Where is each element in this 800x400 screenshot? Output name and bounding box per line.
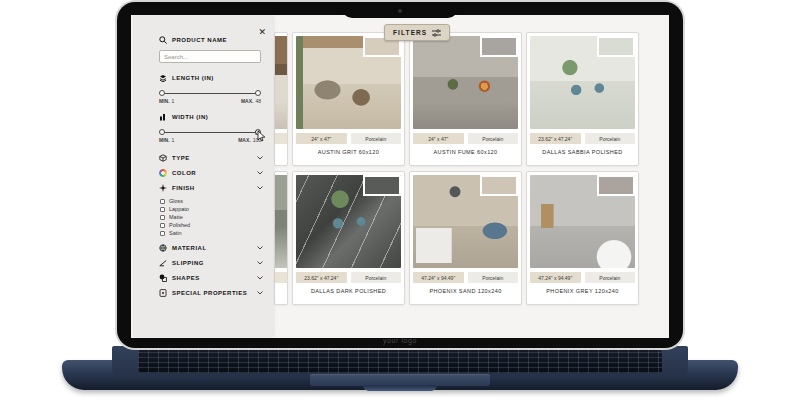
length-filter-header: LENGTH (IN) <box>159 74 265 82</box>
product-name: AUSTIN GRIT 60x120 <box>296 149 401 155</box>
slope-icon <box>159 259 167 267</box>
product-photo <box>413 36 518 129</box>
length-max-handle[interactable] <box>255 90 261 96</box>
laptop-lid-scoop <box>363 385 437 391</box>
partial-card <box>274 32 288 166</box>
finish-option: Lappato <box>160 205 265 213</box>
material-chip: Porcelain <box>351 133 402 144</box>
finish-options: Gloss Lappato Matte Polished Satin <box>160 197 265 237</box>
product-photo <box>296 36 401 129</box>
product-name: PHOENIX SAND 120x240 <box>413 288 518 294</box>
product-photo <box>274 175 288 268</box>
finish-option: Gloss <box>160 197 265 205</box>
product-name: AUSTIN FUME 60x120 <box>413 149 518 155</box>
checkbox[interactable] <box>160 231 165 236</box>
product-card[interactable]: 23.62" x 47.24" Porcelain DALLAS SABBIA … <box>526 32 639 166</box>
laptop-mockup: your logo 24" x 47" Porcelain AUSTIN GRI… <box>0 0 800 400</box>
tile-swatch <box>597 175 635 196</box>
width-icon <box>159 113 167 121</box>
search-input[interactable] <box>159 50 261 63</box>
material-chip: Porcelain <box>585 133 636 144</box>
product-photo <box>530 175 635 268</box>
material-chip: Porcelain <box>468 272 519 283</box>
slider-track <box>161 93 259 94</box>
width-minmax: MIN.1 MAX.100 <box>159 137 261 143</box>
laptop-notch <box>342 2 458 18</box>
tile-swatch <box>480 36 518 57</box>
material-chip: Porcelain <box>468 133 519 144</box>
product-card[interactable]: 47.24" x 94.49" Porcelain PHOENIX GREY 1… <box>526 171 639 305</box>
chevron-down-icon <box>257 186 263 190</box>
chevron-down-icon <box>257 156 263 160</box>
chevron-down-icon <box>257 261 263 265</box>
material-chip: Porcelain <box>351 272 402 283</box>
laptop-keyboard <box>138 350 662 373</box>
app-viewport: 24" x 47" Porcelain AUSTIN GRIT 60x120 2… <box>131 15 669 338</box>
chevron-down-icon <box>257 276 263 280</box>
size-chip: 47.24" x 94.49" <box>530 272 581 283</box>
material-chip: Porcelain <box>585 272 636 283</box>
color-wheel-icon <box>159 169 167 177</box>
product-grid: 24" x 47" Porcelain AUSTIN GRIT 60x120 2… <box>274 32 639 305</box>
length-icon <box>159 74 167 82</box>
size-chip: 47.24" x 94.49" <box>413 272 464 283</box>
chevron-down-icon <box>257 291 263 295</box>
checkbox[interactable] <box>160 215 165 220</box>
filter-panel: ✕ PRODUCT NAME LENGTH (IN) MIN.1 MAX.48 <box>133 16 273 337</box>
slider-track <box>161 132 259 133</box>
width-slider[interactable] <box>159 128 261 136</box>
cube-icon <box>159 154 167 162</box>
sparkle-icon <box>159 184 167 192</box>
globe-icon <box>159 244 167 252</box>
tile-swatch <box>597 36 635 57</box>
width-filter-header: WIDTH (IN) <box>159 113 265 121</box>
product-card[interactable]: 24" x 47" Porcelain AUSTIN FUME 60x120 <box>409 32 522 166</box>
finish-option: Polished <box>160 221 265 229</box>
chevron-down-icon <box>257 246 263 250</box>
section-color[interactable]: COLOR <box>159 167 265 178</box>
length-slider[interactable] <box>159 89 261 97</box>
section-material[interactable]: MATERIAL <box>159 242 265 253</box>
finish-option: Satin <box>160 229 265 237</box>
length-label: LENGTH (IN) <box>172 75 214 81</box>
laptop-logo-text: your logo <box>0 337 800 344</box>
section-type[interactable]: TYPE <box>159 152 265 163</box>
product-card[interactable]: 24" x 47" Porcelain AUSTIN GRIT 60x120 <box>292 32 405 166</box>
size-chip: 23.62" x 47.24" <box>296 272 347 283</box>
search-section-header: PRODUCT NAME <box>159 36 265 44</box>
close-icon[interactable]: ✕ <box>258 28 266 37</box>
pointer-cursor-icon <box>255 130 267 143</box>
checkbox[interactable] <box>160 223 165 228</box>
width-min-handle[interactable] <box>159 129 165 135</box>
length-minmax: MIN.1 MAX.48 <box>159 98 261 104</box>
section-finish[interactable]: FINISH <box>159 182 265 193</box>
product-photo <box>274 36 288 129</box>
product-name: DALLAS DARK POLISHED <box>296 288 401 294</box>
product-name: DALLAS SABBIA POLISHED <box>530 149 635 155</box>
partial-card <box>274 171 288 305</box>
size-chip: 24" x 47" <box>296 133 347 144</box>
chevron-down-icon <box>257 171 263 175</box>
search-icon <box>159 36 167 44</box>
badge-icon <box>159 289 167 297</box>
sliders-icon <box>432 29 441 37</box>
section-special-properties[interactable]: SPECIAL PROPERTIES <box>159 287 265 298</box>
tile-swatch <box>363 175 401 196</box>
webcam-icon <box>398 9 402 13</box>
product-name: PHOENIX GREY 120x240 <box>530 288 635 294</box>
checkbox[interactable] <box>160 199 165 204</box>
size-chip: 23.62" x 47.24" <box>530 133 581 144</box>
shapes-icon <box>159 274 167 282</box>
length-min-handle[interactable] <box>159 90 165 96</box>
product-photo <box>413 175 518 268</box>
size-chip: 24" x 47" <box>413 133 464 144</box>
product-photo <box>530 36 635 129</box>
checkbox[interactable] <box>160 207 165 212</box>
product-card[interactable]: 23.62" x 47.24" Porcelain DALLAS DARK PO… <box>292 171 405 305</box>
finish-option: Matte <box>160 213 265 221</box>
product-card[interactable]: 47.24" x 94.49" Porcelain PHOENIX SAND 1… <box>409 171 522 305</box>
filters-button[interactable]: FILTERS <box>384 24 450 41</box>
section-shapes[interactable]: SHAPES <box>159 272 265 283</box>
tile-swatch <box>480 175 518 196</box>
section-slipping[interactable]: SLIPPING <box>159 257 265 268</box>
